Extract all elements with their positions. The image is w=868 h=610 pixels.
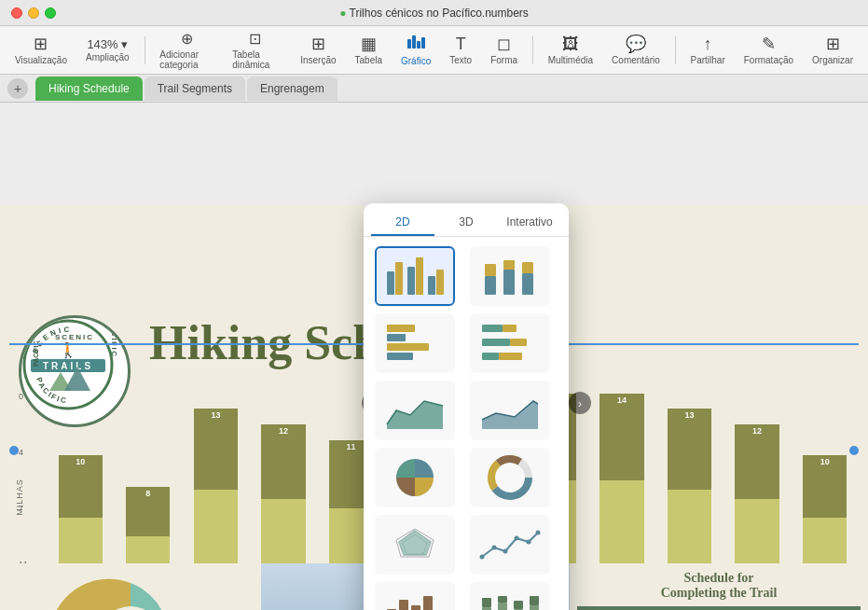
schedule-title: Schedule for Completing the Trail [577,571,861,601]
chart-option-bar-horizontal-stacked[interactable] [470,313,550,373]
svg-rect-76 [514,601,523,609]
chart-bar-value: 11 [347,442,356,451]
chart-option-bar-grouped[interactable] [375,246,455,306]
picker-tab-3d[interactable]: 3D [434,210,498,236]
toolbar-tabela[interactable]: ▦ Tabela [348,35,390,66]
chart-option-donut[interactable] [470,448,550,507]
toolbar-comentario[interactable]: 💬 Comentário [604,35,668,66]
titlebar: ● Trilhos cénicos no Pacífico.numbers [0,0,868,26]
chart-option-area[interactable] [375,381,455,440]
toolbar-formatacao[interactable]: ✎ Formatação [737,35,801,66]
toolbar-separator-2 [532,36,533,64]
svg-rect-46 [482,339,510,346]
svg-point-61 [492,546,497,550]
donut-section: Percentage of Trail [0,563,261,610]
add-category-icon: ⊕ [181,30,193,48]
maximize-button[interactable] [45,7,56,19]
text-icon: T [456,35,466,55]
svg-point-64 [527,540,531,545]
toolbar-separator-1 [145,36,145,64]
donut-chart: Percentage of Trail [37,566,224,611]
chart-bar-value: 12 [752,426,762,436]
chart-options-grid: ✦ ✦ ✦ ✦ ✦ [364,237,569,610]
svg-rect-72 [482,598,491,607]
tab-hiking-schedule[interactable]: Hiking Schedule [35,76,143,101]
traffic-lights [0,7,56,19]
svg-rect-2 [417,41,420,49]
toolbar-texto[interactable]: T Texto [442,35,479,66]
chart-option-bar-horizontal[interactable] [375,313,455,373]
toolbar-insercao[interactable]: ⊞ Inserção [293,35,343,66]
y-label-0: 0 [19,392,28,401]
pivot-table-icon: ⊡ [249,30,261,48]
col-header-segmento: Segmento [716,606,827,610]
close-button[interactable] [11,7,22,19]
toolbar-visualizacao[interactable]: ⊞ Visualização [7,35,75,66]
svg-rect-32 [428,276,435,295]
picker-tab-interativo[interactable]: Interativo [498,210,561,236]
toolbar-organizar[interactable]: ⊞ Organizar [805,35,861,66]
toolbar-forma[interactable]: ◻ Forma [483,35,525,66]
slide-nav-right[interactable]: › [569,392,591,414]
organize-icon: ⊞ [826,35,840,55]
chart-option-bar-3[interactable] [470,582,550,610]
table-section: Schedule for Completing the Trail Data S… [570,563,868,610]
svg-marker-50 [387,401,443,429]
col-header-data: Data [577,606,716,610]
toolbar-grafico[interactable]: Gráfico [393,34,438,67]
svg-rect-78 [530,596,539,605]
zoom-icon: 143% ▾ [87,37,128,52]
chart-option-bar-stacked[interactable] [470,246,550,306]
svg-rect-43 [387,353,413,360]
chart-picker-popover: 2D 3D Interativo [364,203,569,610]
svg-rect-36 [503,270,515,295]
comment-icon: 💬 [626,35,646,55]
picker-tabs: 2D 3D Interativo [364,203,569,237]
svg-marker-59 [399,531,431,555]
chart-bar-value: 12 [279,426,288,436]
svg-rect-0 [407,39,411,49]
media-icon: 🖼 [562,35,579,55]
table-icon: ▦ [361,35,377,55]
chart-option-bar-2[interactable] [375,582,455,610]
chart-option-line[interactable] [470,515,550,575]
format-icon: ✎ [762,35,776,55]
svg-text:TRAILS: TRAILS [43,361,93,371]
view-icon: ⊞ [34,35,48,55]
minimize-button[interactable] [28,7,39,19]
toolbar-adicionar-categoria[interactable]: ⊕ Adicionar categoria [152,30,221,69]
svg-point-60 [480,555,485,560]
picker-tab-2d[interactable]: 2D [371,210,434,236]
svg-rect-30 [407,267,415,295]
chart-option-radar[interactable] [375,515,455,575]
toolbar-multimidia[interactable]: 🖼 Multimédia [541,35,600,66]
tab-engrenagem[interactable]: Engrenagem [247,76,338,101]
svg-rect-37 [503,260,515,270]
toolbar-ampliacao[interactable]: 143% ▾ Ampliação [78,37,137,63]
tab-trail-segments[interactable]: Trail Segments [145,76,245,101]
svg-rect-35 [485,264,496,276]
svg-rect-48 [482,353,499,360]
col-header-milhas: Milhas [826,606,861,610]
chart-bar-value: 10 [820,457,830,466]
svg-rect-74 [498,596,507,603]
chart-bar-value: 14 [617,395,627,405]
toolbar-tabela-dinamica[interactable]: ⊡ Tabela dinâmica [225,30,285,69]
svg-rect-31 [416,257,423,295]
chart-bar-value: 8 [145,489,150,498]
chart-option-pie[interactable] [375,448,455,507]
schedule-table: Data Segmento Milhas 5–20 de julho de 20… [577,606,861,610]
svg-rect-49 [499,353,522,360]
svg-rect-69 [423,596,433,610]
svg-rect-47 [510,339,527,346]
add-tab-button[interactable]: + [7,78,28,99]
svg-rect-68 [411,605,420,610]
svg-rect-45 [503,325,517,332]
toolbar-partilhar[interactable]: ↑ Partilhar [682,35,732,66]
svg-rect-1 [412,35,416,49]
svg-rect-67 [399,600,408,610]
svg-rect-77 [530,605,539,610]
chart-option-area-simple[interactable] [470,381,550,440]
shape-icon: ◻ [497,35,511,55]
y-axis-title: MILHAS [15,478,24,516]
